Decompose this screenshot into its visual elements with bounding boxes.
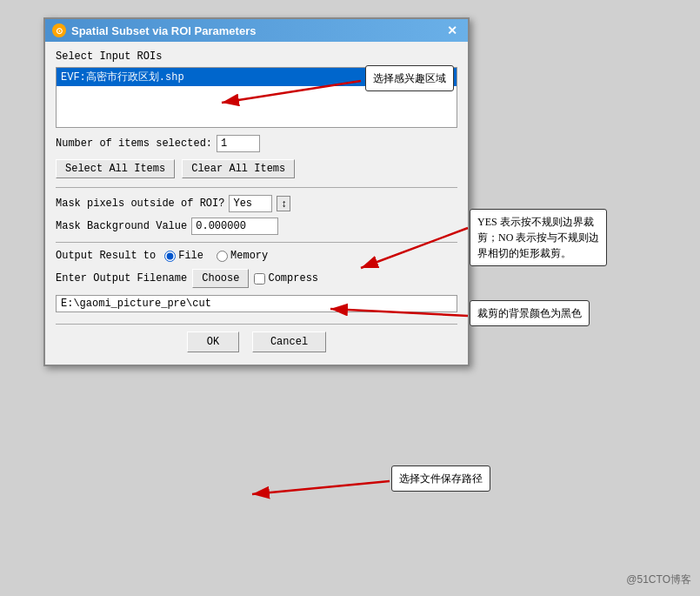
mask-callout-line2: 剪；NO 表示按与不规则边 <box>477 231 599 244</box>
compress-label[interactable]: Compress <box>268 272 318 285</box>
choose-button[interactable]: Choose <box>192 269 249 288</box>
clear-all-button[interactable]: Clear All Items <box>182 159 295 178</box>
items-selected-label: Number of items selected: <box>56 137 212 150</box>
mask-label: Mask pixels outside of ROI? <box>56 198 224 210</box>
radio-memory-option: Memory <box>217 250 268 262</box>
compress-option: Compress <box>254 272 318 285</box>
radio-memory-input[interactable] <box>217 251 228 262</box>
path-input[interactable] <box>56 295 457 312</box>
title-bar-left: ⊙ Spatial Subset via ROI Parameters <box>52 23 256 37</box>
dialog-title: Spatial Subset via ROI Parameters <box>71 24 256 37</box>
mask-value-input[interactable] <box>229 195 272 212</box>
title-bar: ⊙ Spatial Subset via ROI Parameters ✕ <box>45 19 468 42</box>
items-selected-row: Number of items selected: <box>56 135 457 152</box>
separator-2 <box>56 242 457 243</box>
path-callout: 选择文件保存路径 <box>391 465 490 492</box>
roi-section-label: Select Input ROIs <box>56 50 457 63</box>
bg-value-row: Mask Background Value <box>56 218 457 235</box>
filename-row: Enter Output Filename Choose Compress <box>56 269 457 288</box>
dialog-icon: ⊙ <box>52 23 66 37</box>
roi-callout: 选择感兴趣区域 <box>365 65 454 91</box>
path-callout-text: 选择文件保存路径 <box>399 472 483 485</box>
watermark: @51CTO博客 <box>626 573 691 587</box>
cancel-button[interactable]: Cancel <box>252 331 326 352</box>
svg-line-7 <box>252 481 390 494</box>
bg-callout-text: 裁剪的背景颜色为黑色 <box>477 307 582 319</box>
filename-label: Enter Output Filename <box>56 272 187 285</box>
radio-file-label[interactable]: File <box>178 250 203 262</box>
separator-1 <box>56 187 457 188</box>
mask-callout-line3: 界相切的矩形裁剪。 <box>477 247 571 259</box>
bottom-buttons: OK Cancel <box>56 324 457 356</box>
bg-callout: 裁剪的背景颜色为黑色 <box>470 300 590 326</box>
mask-callout-line1: YES 表示按不规则边界裁 <box>477 216 594 228</box>
mask-callout: YES 表示按不规则边界裁 剪；NO 表示按与不规则边 界相切的矩形裁剪。 <box>470 209 607 266</box>
items-selected-input[interactable] <box>217 135 260 152</box>
mask-toggle-button[interactable]: ↕ <box>277 196 290 211</box>
bg-value-input[interactable] <box>191 218 278 235</box>
radio-group: File Memory <box>164 250 268 262</box>
roi-callout-text: 选择感兴趣区域 <box>373 72 446 84</box>
radio-file-option: File <box>164 250 203 262</box>
output-row: Output Result to File Memory <box>56 250 457 262</box>
close-button[interactable]: ✕ <box>443 23 461 37</box>
mask-row: Mask pixels outside of ROI? ↕ <box>56 195 457 212</box>
select-all-button[interactable]: Select All Items <box>56 159 175 178</box>
output-label: Output Result to <box>56 250 156 262</box>
ok-button[interactable]: OK <box>187 331 239 352</box>
action-buttons-row: Select All Items Clear All Items <box>56 159 457 178</box>
bg-value-label: Mask Background Value <box>56 220 187 232</box>
radio-file-input[interactable] <box>164 251 176 262</box>
compress-checkbox[interactable] <box>254 273 265 285</box>
radio-memory-label[interactable]: Memory <box>230 250 268 262</box>
